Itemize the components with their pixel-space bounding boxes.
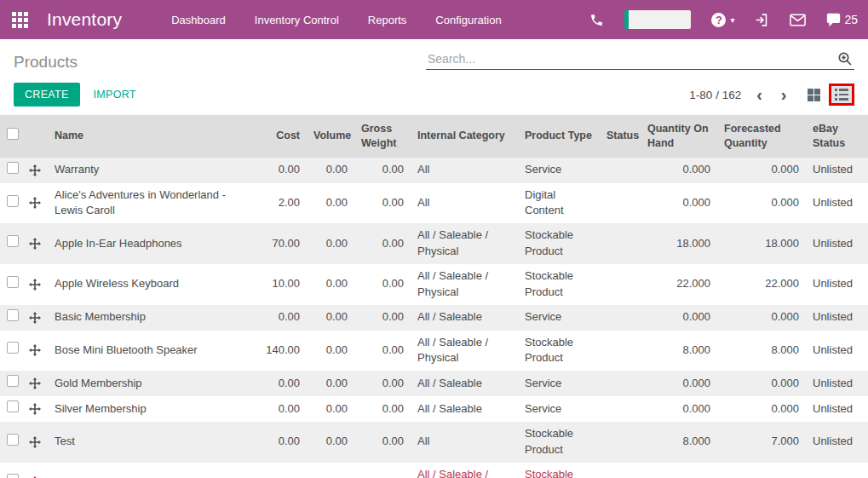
cell-gross-weight: 0.00 xyxy=(354,158,411,183)
cell-cost: 2.00 xyxy=(254,183,307,224)
row-checkbox[interactable] xyxy=(7,309,19,321)
cell-gross-weight: 0.00 xyxy=(354,396,411,422)
menu-configuration[interactable]: Configuration xyxy=(435,14,501,26)
messages-count-badge: 25 xyxy=(844,13,858,26)
row-checkbox[interactable] xyxy=(7,474,19,478)
select-all-cell xyxy=(0,115,26,158)
user-menu-redacted[interactable] xyxy=(624,10,691,29)
cell-forecasted-quantity: 0.000 xyxy=(717,371,806,396)
question-circle-icon: ? xyxy=(711,13,726,27)
drag-handle-icon[interactable] xyxy=(29,344,41,356)
select-all-checkbox[interactable] xyxy=(7,128,19,140)
menu-reports[interactable]: Reports xyxy=(368,14,407,26)
header-product-type[interactable]: Product Type xyxy=(518,115,600,158)
cell-cost: 1,299.00 xyxy=(254,463,307,478)
cell-name: Test xyxy=(48,422,254,463)
phone-icon[interactable] xyxy=(589,13,604,27)
drag-handle-icon[interactable] xyxy=(29,436,41,448)
drag-handle-icon[interactable] xyxy=(29,279,41,291)
row-checkbox[interactable] xyxy=(7,434,19,446)
header-name[interactable]: Name xyxy=(48,115,254,158)
cell-quantity-on-hand: 18.000 xyxy=(641,223,717,264)
cell-product-type: Service xyxy=(518,371,600,396)
header-cost[interactable]: Cost xyxy=(254,115,307,158)
cell-internal-category: All / Saleable xyxy=(411,371,518,396)
row-checkbox[interactable] xyxy=(7,195,19,207)
header-forecasted-quantity[interactable]: Forecasted Quantity xyxy=(717,115,806,158)
header-gross-weight[interactable]: Gross Weight xyxy=(354,115,411,158)
cell-gross-weight: 0.00 xyxy=(354,264,411,305)
drag-handle-icon[interactable] xyxy=(29,238,41,250)
cell-internal-category: All xyxy=(411,183,518,224)
header-status[interactable]: Status xyxy=(600,115,641,158)
cell-ebay-status: Unlisted xyxy=(806,158,868,183)
row-checkbox[interactable] xyxy=(7,375,19,387)
drag-handle-icon[interactable] xyxy=(29,164,41,176)
header-quantity-on-hand[interactable]: Quantity On Hand xyxy=(641,115,717,158)
messages-envelope-icon[interactable] xyxy=(790,14,806,26)
cell-name: Basic Membership xyxy=(48,305,254,331)
header-internal-category[interactable]: Internal Category xyxy=(411,115,518,158)
table-row[interactable]: Silver Membership 0.00 0.00 0.00 All / S… xyxy=(0,396,868,422)
row-checkbox[interactable] xyxy=(7,162,19,174)
products-table: Name Cost Volume Gross Weight Internal C… xyxy=(0,115,868,478)
table-row[interactable]: Test 0.00 0.00 0.00 All Stockable Produc… xyxy=(0,422,868,463)
cell-ebay-status: Unlisted xyxy=(806,223,868,264)
table-row[interactable]: Apple Wireless Keyboard 10.00 0.00 0.00 … xyxy=(0,264,868,305)
search-input[interactable] xyxy=(428,52,837,66)
help-menu[interactable]: ? ▾ xyxy=(711,13,734,27)
menu-dashboard[interactable]: Dashboard xyxy=(171,14,226,26)
row-checkbox[interactable] xyxy=(7,276,19,288)
cell-product-type: Stockable Product xyxy=(518,463,600,478)
sign-in-icon[interactable] xyxy=(755,13,769,27)
header-ebay-status[interactable]: eBay Status xyxy=(806,115,868,158)
drag-handle-icon[interactable] xyxy=(29,403,41,415)
table-row[interactable]: Basic Membership 0.00 0.00 0.00 All / Sa… xyxy=(0,305,868,331)
kanban-view-icon[interactable] xyxy=(808,89,820,101)
view-switcher xyxy=(808,84,855,106)
pager-previous-button[interactable]: ‹ xyxy=(753,86,766,103)
cell-quantity-on-hand: 0.000 xyxy=(641,305,717,331)
cell-quantity-on-hand: 22.000 xyxy=(641,264,717,305)
app-title[interactable]: Inventory xyxy=(47,9,122,30)
table-row[interactable]: Bose Mini Bluetooth Speaker 140.00 0.00 … xyxy=(0,331,868,371)
cell-forecasted-quantity: 22.000 xyxy=(717,264,806,305)
list-view-button-highlighted[interactable] xyxy=(829,84,855,106)
cell-name: Alice's Adventures in Wonderland - Lewis… xyxy=(48,183,254,224)
cell-quantity-on-hand: 8.000 xyxy=(641,331,717,371)
cell-quantity-on-hand: 0.000 xyxy=(641,396,717,422)
table-row[interactable]: Warranty 0.00 0.00 0.00 All Service 0.00… xyxy=(0,158,868,183)
cell-volume: 0.00 xyxy=(307,396,354,422)
drag-handle-icon[interactable] xyxy=(29,312,41,324)
table-row[interactable]: iMac 1,299.00 0.00 9.54 All / Saleable /… xyxy=(0,463,868,478)
cell-name: Apple In-Ear Headphones xyxy=(48,223,254,264)
cell-cost: 70.00 xyxy=(254,223,307,264)
import-button[interactable]: IMPORT xyxy=(94,89,136,101)
cell-volume: 0.00 xyxy=(307,305,354,331)
chat-bubble-icon[interactable]: 25 xyxy=(826,13,858,27)
table-row[interactable]: Alice's Adventures in Wonderland - Lewis… xyxy=(0,183,868,224)
row-checkbox[interactable] xyxy=(7,235,19,247)
cell-ebay-status: Unlisted xyxy=(806,396,868,422)
row-checkbox[interactable] xyxy=(7,342,19,354)
menu-inventory-control[interactable]: Inventory Control xyxy=(255,14,339,26)
cell-gross-weight: 0.00 xyxy=(354,305,411,331)
cell-ebay-status: Unlisted xyxy=(806,305,868,331)
cell-product-type: Stockable Product xyxy=(518,331,600,371)
cell-product-type: Stockable Product xyxy=(518,422,600,463)
cell-gross-weight: 9.54 xyxy=(354,463,411,478)
cell-name: Apple Wireless Keyboard xyxy=(48,264,254,305)
drag-handle-icon[interactable] xyxy=(29,197,41,209)
pager-next-button[interactable]: › xyxy=(778,86,790,103)
table-row[interactable]: Gold Membership 0.00 0.00 0.00 All / Sal… xyxy=(0,371,868,396)
row-checkbox[interactable] xyxy=(7,400,19,412)
apps-menu-icon[interactable] xyxy=(12,12,28,28)
create-button[interactable]: CREATE xyxy=(14,83,80,107)
search-zoom-icon[interactable] xyxy=(837,51,853,66)
table-row[interactable]: Apple In-Ear Headphones 70.00 0.00 0.00 … xyxy=(0,223,868,264)
cell-volume: 0.00 xyxy=(307,158,354,183)
drag-handle-icon[interactable] xyxy=(29,377,41,389)
cell-internal-category: All / Saleable / Physical xyxy=(411,331,518,371)
cell-product-type: Stockable Product xyxy=(518,223,600,264)
header-volume[interactable]: Volume xyxy=(307,115,354,158)
